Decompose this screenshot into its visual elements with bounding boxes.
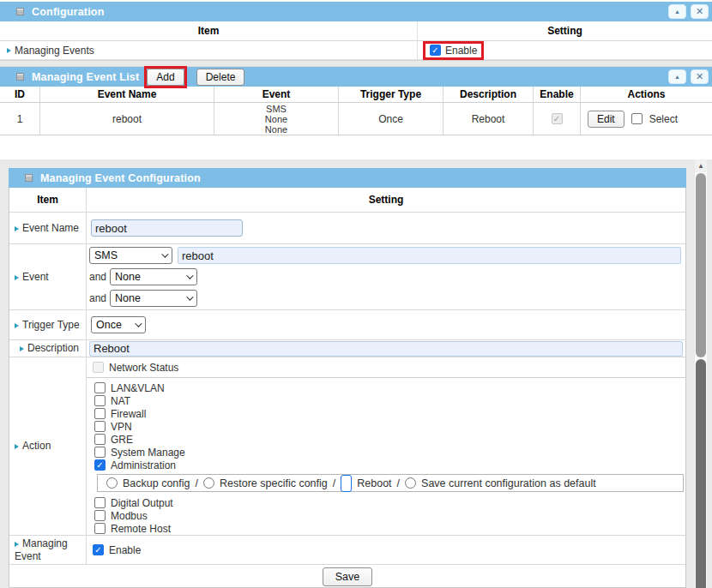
collapse-icon: ▲: [674, 74, 680, 80]
close-icon: ✕: [696, 72, 703, 81]
digital-output-label: Digital Output: [111, 497, 173, 509]
collapse-button[interactable]: ▲: [668, 4, 686, 19]
column-header-trigger-type: Trigger Type: [339, 87, 443, 102]
add-button[interactable]: Add: [147, 69, 184, 86]
nat-checkbox[interactable]: [94, 395, 106, 406]
row-trigger-type: Once: [339, 103, 443, 135]
edit-button[interactable]: Edit: [588, 111, 625, 128]
delete-button[interactable]: Delete: [196, 69, 245, 86]
managing-events-setting-cell: Enable: [418, 41, 712, 59]
event-name-label-cell: Event Name: [9, 213, 87, 243]
action-row: Action Network Status LAN&VLAN NAT Firew…: [9, 357, 685, 536]
backup-config-radio[interactable]: [106, 477, 118, 489]
managing-events-row: Managing Events Enable: [0, 41, 712, 60]
action-setting-cell: Network Status LAN&VLAN NAT Firewall VPN…: [87, 357, 685, 535]
chevron-down-icon: [161, 250, 168, 257]
event-label-cell: Event: [9, 244, 87, 309]
vpn-checkbox[interactable]: [94, 421, 106, 432]
trigger-type-label-cell: Trigger Type: [9, 310, 87, 339]
backup-config-label: Backup config: [123, 477, 190, 489]
collapse-icon: ▲: [674, 9, 680, 15]
column-header-setting: Setting: [87, 188, 685, 212]
item-arrow-icon: [15, 542, 19, 547]
column-header-event-name: Event Name: [40, 87, 214, 102]
save-button[interactable]: Save: [323, 567, 373, 586]
configuration-header: Configuration ▲ ✕: [0, 2, 712, 21]
digital-output-checkbox[interactable]: [94, 497, 106, 508]
managing-event-label: Managing Event: [15, 537, 68, 562]
reboot-label: Reboot: [357, 477, 391, 489]
system-manage-label: System Manage: [111, 447, 185, 459]
row-event-name: reboot: [40, 103, 214, 135]
and2-selected: None: [115, 292, 141, 304]
remote-host-checkbox[interactable]: [94, 523, 106, 534]
scroll-up-button[interactable]: ▲: [695, 159, 707, 172]
network-status-subrow: Network Status: [87, 357, 685, 378]
modbus-checkbox[interactable]: [94, 510, 106, 521]
trigger-type-select[interactable]: Once: [91, 316, 146, 333]
system-manage-checkbox[interactable]: [94, 447, 106, 458]
panel-icon: [16, 8, 24, 15]
event-name-input[interactable]: [91, 219, 243, 237]
row-enable-cell: [534, 103, 581, 135]
configuration-table-header: Item Setting: [0, 21, 712, 41]
network-status-checkbox-disabled: [93, 362, 104, 373]
administration-checkbox[interactable]: [94, 459, 106, 471]
administration-radio-group: Backup config / Restore specific config …: [97, 474, 684, 492]
managing-events-enable-checkbox[interactable]: [430, 45, 441, 56]
item-arrow-icon: [20, 346, 24, 351]
panel-title: Managing Event List: [32, 71, 139, 83]
highlight-box-enable: Enable: [423, 41, 484, 60]
managing-event-enable-checkbox[interactable]: [93, 544, 104, 555]
close-button[interactable]: ✕: [691, 69, 709, 84]
panel-event-list: Managing Event List Add Delete ▲ ✕ ID Ev…: [0, 67, 712, 135]
lan-vlan-checkbox[interactable]: [94, 382, 106, 393]
collapse-button[interactable]: ▲: [668, 69, 686, 84]
network-status-label: Network Status: [109, 362, 178, 374]
panel-title: Configuration: [32, 6, 105, 18]
managing-event-label-cell: Managing Event: [9, 536, 87, 564]
reboot-radio[interactable]: [341, 475, 352, 492]
and1-selected: None: [115, 271, 141, 283]
column-header-event: Event: [214, 87, 339, 102]
chevron-down-icon: [186, 293, 193, 300]
action-checkbox-list: LAN&VLAN NAT Firewall VPN GRE System Man…: [87, 378, 685, 471]
radio-separator: /: [196, 477, 198, 489]
scrollbar-thumb-lower[interactable]: [696, 359, 706, 588]
column-header-item: Item: [9, 188, 87, 212]
save-row: Save: [9, 565, 685, 588]
event-and2-select[interactable]: None: [110, 290, 197, 307]
gre-checkbox[interactable]: [94, 434, 106, 445]
panel-event-configuration: Managing Event Configuration Item Settin…: [9, 168, 686, 588]
scroll-region: Managing Event Configuration Item Settin…: [0, 159, 712, 588]
firewall-checkbox[interactable]: [94, 408, 106, 419]
and-label: and: [89, 271, 106, 283]
trigger-type-row: Trigger Type Once: [9, 310, 685, 340]
gre-label: GRE: [111, 434, 133, 446]
event-type-selected: SMS: [94, 249, 118, 261]
restore-specific-config-radio[interactable]: [203, 477, 214, 489]
managing-events-label-cell: Managing Events: [0, 41, 418, 59]
close-button[interactable]: ✕: [691, 4, 709, 19]
event-type-select[interactable]: SMS: [89, 247, 172, 264]
description-setting-cell: [87, 340, 685, 357]
managing-event-row: Managing Event Enable: [9, 536, 685, 565]
row-event-line3: None: [265, 124, 287, 135]
trigger-selected: Once: [96, 319, 122, 331]
event-row: Event SMS and None and None: [9, 244, 685, 310]
save-default-radio[interactable]: [405, 477, 416, 489]
lan-vlan-label: LAN&VLAN: [111, 382, 165, 394]
panel-icon: [25, 174, 33, 182]
screen: Configuration ▲ ✕ Item Setting Managing …: [0, 0, 712, 588]
scrollbar-thumb-upper[interactable]: [696, 173, 706, 357]
description-input[interactable]: [89, 341, 683, 357]
event-and1-select[interactable]: None: [110, 268, 197, 285]
panel-configuration: Configuration ▲ ✕ Item Setting Managing …: [0, 2, 712, 67]
panel-title: Managing Event Configuration: [40, 172, 201, 184]
description-row: Description: [9, 340, 685, 357]
item-arrow-icon: [15, 226, 19, 231]
administration-label: Administration: [111, 459, 176, 471]
column-header-setting: Setting: [418, 21, 712, 40]
select-checkbox[interactable]: [631, 113, 643, 124]
event-value-input[interactable]: [178, 247, 681, 264]
